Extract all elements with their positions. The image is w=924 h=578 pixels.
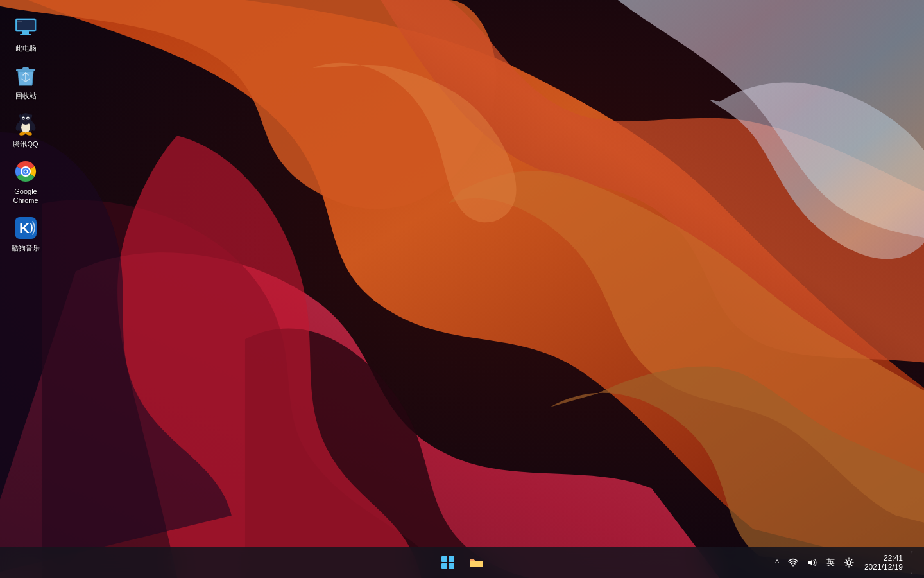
taskbar: ^ xyxy=(0,547,924,578)
svg-point-26 xyxy=(24,170,27,173)
language-tray-icon[interactable]: 英 xyxy=(824,556,837,570)
svg-rect-7 xyxy=(22,67,29,69)
my-computer-label: 此电脑 xyxy=(15,44,37,53)
chrome-icon xyxy=(13,159,38,184)
monitor-icon xyxy=(13,15,38,41)
google-chrome-label: Google Chrome xyxy=(5,187,46,206)
recyclebin-icon xyxy=(13,63,38,89)
kugou-icon: K xyxy=(13,215,38,241)
svg-point-16 xyxy=(28,118,29,118)
svg-rect-4 xyxy=(20,34,31,35)
system-tray: ^ xyxy=(773,551,916,574)
taskbar-right: ^ xyxy=(773,551,916,574)
start-button[interactable] xyxy=(435,550,461,575)
recycle-bin-label: 回收站 xyxy=(15,91,37,100)
language-label: 英 xyxy=(826,557,835,568)
file-explorer-taskbar-button[interactable] xyxy=(463,550,489,575)
desktop-icon-recycle-bin[interactable]: 回收站 xyxy=(3,60,49,103)
desktop-icons: 此电脑 回收站 xyxy=(0,6,51,256)
svg-rect-3 xyxy=(22,31,29,34)
wallpaper xyxy=(0,0,924,578)
kugou-music-label: 酷狗音乐 xyxy=(12,243,40,252)
clock-date: 2021/12/19 xyxy=(864,563,903,572)
desktop-icon-google-chrome[interactable]: Google Chrome xyxy=(3,156,49,208)
desktop: 此电脑 回收站 xyxy=(0,0,924,578)
tencent-qq-label: 腾讯QQ xyxy=(13,139,38,148)
svg-rect-31 xyxy=(441,563,447,569)
volume-tray-icon[interactable] xyxy=(805,556,820,569)
desktop-icon-kugou-music[interactable]: K 酷狗音乐 xyxy=(3,213,49,255)
qq-icon xyxy=(13,111,38,137)
clock[interactable]: 22:41 2021/12/19 xyxy=(860,552,907,573)
svg-rect-5 xyxy=(17,21,22,22)
show-desktop-button[interactable] xyxy=(911,551,916,574)
svg-text:K: K xyxy=(19,220,30,236)
tray-overflow-button[interactable]: ^ xyxy=(773,557,782,568)
taskbar-center xyxy=(435,550,489,575)
svg-rect-29 xyxy=(441,556,447,562)
svg-point-33 xyxy=(847,561,851,565)
settings-tray-icon[interactable] xyxy=(841,556,857,569)
svg-rect-30 xyxy=(449,556,454,562)
svg-point-15 xyxy=(24,118,24,118)
svg-rect-32 xyxy=(449,563,454,569)
svg-rect-6 xyxy=(16,69,35,71)
tray-overflow-icon: ^ xyxy=(775,558,779,567)
desktop-icon-my-computer[interactable]: 此电脑 xyxy=(3,13,49,55)
svg-point-10 xyxy=(20,113,31,125)
network-tray-icon[interactable] xyxy=(785,556,801,569)
desktop-icon-tencent-qq[interactable]: 腾讯QQ xyxy=(3,109,49,151)
clock-time: 22:41 xyxy=(884,554,903,563)
